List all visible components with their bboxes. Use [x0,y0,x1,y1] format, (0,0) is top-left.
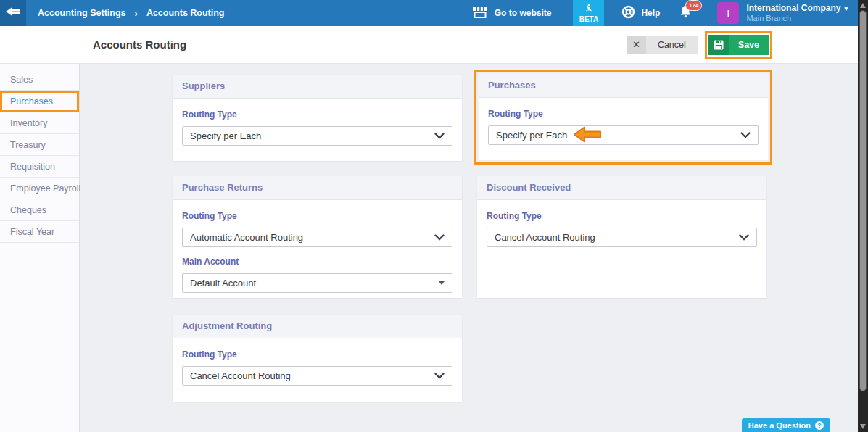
save-disk-icon [708,35,729,55]
sidebar-item-requisition[interactable]: Requisition [0,156,79,178]
purchase-returns-routing-type-value: Automatic Account Routing [190,232,303,243]
go-to-website-link[interactable]: Go to website [472,6,552,20]
company-menu[interactable]: International Company▾ Main Branch [746,3,848,24]
chevron-down-icon [434,234,445,241]
chevron-down-icon [434,133,445,139]
sidebar-item-purchases[interactable]: Purchases [0,91,79,112]
purchase-returns-routing-type-label: Routing Type [182,211,452,221]
purchase-returns-main-account-value: Default Account [190,278,256,288]
purchase-returns-card-title: Purchase Returns [173,176,462,200]
breadcrumb-accounting-settings[interactable]: Accounting Settings [38,8,126,18]
purchases-routing-type-select[interactable]: Specify per Each [488,125,759,145]
settings-sidebar: Sales Purchases Inventory Treasury Requi… [0,64,80,432]
purchases-card-title: Purchases [479,74,768,98]
purchase-returns-routing-type-select[interactable]: Automatic Account Routing [182,228,452,247]
have-a-question-button[interactable]: Have a Question ? [742,418,830,432]
discount-received-card: Discount Received Routing Type Cancel Ac… [477,176,766,298]
adjustment-routing-type-select[interactable]: Cancel Account Routing [182,366,452,386]
sidebar-item-employee-payroll[interactable]: Employee Payroll [0,178,79,199]
scroll-down-arrow-icon[interactable] [860,424,866,429]
suppliers-card-title: Suppliers [173,75,462,99]
cancel-button-label: Cancel [646,36,698,54]
help-button[interactable]: Help [621,5,660,21]
purchase-returns-main-account-select[interactable]: Default Account [182,273,452,293]
breadcrumb: Accounting Settings › Accounts Routing [38,8,225,19]
rocket-icon [584,4,593,14]
suppliers-routing-type-value: Specify per Each [190,130,261,141]
sidebar-item-treasury[interactable]: Treasury [0,134,79,156]
close-icon: ✕ [627,36,646,54]
suppliers-routing-type-select[interactable]: Specify per Each [182,126,452,146]
scroll-up-arrow-icon[interactable] [860,3,866,8]
adjustment-routing-card: Adjustment Routing Routing Type Cancel A… [173,315,462,402]
adjustment-routing-type-label: Routing Type [182,349,452,360]
sidebar-item-fiscal-year[interactable]: Fiscal Year [0,221,79,243]
scrollbar-thumb[interactable] [859,10,867,391]
vertical-scrollbar[interactable] [858,0,868,432]
sidebar-item-sales[interactable]: Sales [0,69,79,91]
discount-received-card-title: Discount Received [477,176,766,200]
notifications-button[interactable]: 124 [679,5,693,21]
company-initial: I [727,8,730,19]
annotation-arrow-left-icon [573,126,602,145]
company-avatar[interactable]: I [717,2,739,24]
collapse-menu-button[interactable] [0,0,26,26]
question-mark-icon: ? [815,421,824,430]
purchase-returns-card: Purchase Returns Routing Type Automatic … [173,176,462,298]
sidebar-item-inventory[interactable]: Inventory [0,112,79,134]
save-button[interactable]: Save [708,35,769,55]
suppliers-routing-type-label: Routing Type [182,109,452,120]
go-to-website-label: Go to website [495,8,552,18]
beta-badge: BETA [573,0,604,26]
top-header: Accounting Settings › Accounts Routing G… [0,0,858,26]
discount-received-routing-type-select[interactable]: Cancel Account Routing [487,228,757,247]
purchases-routing-type-label: Routing Type [488,109,759,119]
have-a-question-label: Have a Question [748,421,811,430]
beta-label: BETA [579,15,598,23]
chevron-down-icon [739,234,749,241]
adjustment-routing-type-value: Cancel Account Routing [190,370,291,381]
chevron-down-icon [740,132,751,138]
save-button-highlight: Save [705,31,772,59]
lifebuoy-help-icon [621,5,635,21]
purchases-routing-type-value: Specify per Each [496,130,567,141]
cancel-button[interactable]: ✕ Cancel [627,36,698,54]
discount-received-routing-type-label: Routing Type [487,211,757,221]
company-name: International Company [746,3,840,13]
purchases-card: Purchases Routing Type Specify per Each [479,74,768,160]
purchases-card-highlight: Purchases Routing Type Specify per Each [474,70,772,165]
collapse-menu-icon [6,6,20,20]
breadcrumb-separator-icon: › [135,8,138,19]
help-label: Help [641,8,660,18]
purchase-returns-main-account-label: Main Account [182,257,452,267]
caret-down-icon [439,281,445,285]
chevron-down-icon [434,373,445,379]
discount-received-routing-type-value: Cancel Account Routing [495,232,595,243]
chevron-down-icon: ▾ [844,5,848,12]
adjustment-routing-card-title: Adjustment Routing [173,315,462,338]
page-toolbar: Accounts Routing ✕ Cancel Save [0,26,858,64]
notifications-count-badge: 124 [685,0,702,11]
save-button-label: Save [729,35,769,55]
storefront-icon [472,6,488,20]
page-title: Accounts Routing [93,38,186,51]
body-area: Sales Purchases Inventory Treasury Requi… [0,64,858,432]
breadcrumb-accounts-routing[interactable]: Accounts Routing [146,8,225,18]
main-content: Suppliers Routing Type Specify per Each … [80,64,858,432]
suppliers-card: Suppliers Routing Type Specify per Each [173,75,462,161]
sidebar-item-cheques[interactable]: Cheques [0,199,79,221]
company-branch: Main Branch [746,14,848,24]
